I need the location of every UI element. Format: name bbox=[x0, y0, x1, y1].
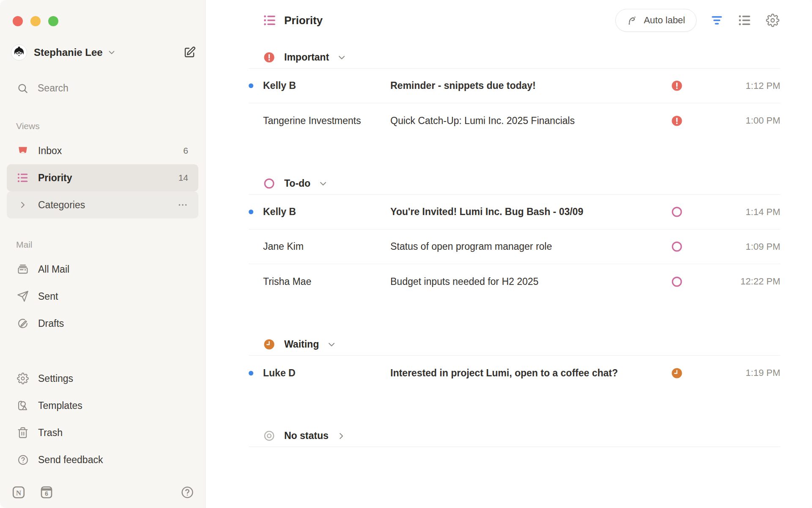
inbox-count: 6 bbox=[183, 146, 188, 156]
email-row[interactable]: Kelly B Reminder - snippets due today! 1… bbox=[249, 69, 780, 103]
todo-badge-icon[interactable] bbox=[670, 206, 683, 218]
important-badge-icon[interactable] bbox=[670, 80, 683, 92]
section-header-todo[interactable]: To-do bbox=[249, 173, 780, 195]
email-sender: Jane Kim bbox=[263, 241, 390, 252]
email-sender: Trisha Mae bbox=[263, 276, 390, 287]
chevron-down-icon[interactable] bbox=[326, 340, 337, 350]
todo-badge-icon[interactable] bbox=[670, 276, 683, 288]
sidebar-item-inbox[interactable]: Inbox 6 bbox=[7, 137, 198, 164]
sidebar-spacer bbox=[7, 337, 198, 365]
sidebar: Stephanie Lee Search Views bbox=[0, 0, 206, 508]
chevron-down-icon bbox=[107, 48, 116, 57]
settings-button[interactable] bbox=[765, 13, 780, 28]
header-controls: Auto label bbox=[615, 9, 780, 32]
inbox-icon bbox=[17, 145, 29, 157]
compose-button[interactable] bbox=[183, 46, 196, 59]
email-subject: Quick Catch-Up: Lumi Inc. 2025 Financial… bbox=[390, 115, 670, 127]
email-sender: Luke D bbox=[263, 367, 390, 379]
email-time: 12:22 PM bbox=[704, 276, 780, 287]
chevron-down-icon[interactable] bbox=[318, 179, 328, 189]
chevron-right-icon bbox=[17, 199, 29, 211]
priority-list-icon bbox=[17, 172, 29, 184]
section-header-no-status[interactable]: No status bbox=[249, 425, 780, 447]
priority-list-icon bbox=[263, 14, 277, 27]
todo-badge-icon[interactable] bbox=[670, 240, 683, 253]
main-header: Priority Auto label bbox=[249, 0, 780, 41]
auto-label-text: Auto label bbox=[644, 15, 685, 26]
section-no-status: No status bbox=[249, 425, 780, 447]
sidebar-item-drafts[interactable]: Drafts bbox=[7, 310, 198, 337]
email-subject: Reminder - snippets due today! bbox=[390, 80, 670, 91]
search-input[interactable]: Search bbox=[7, 80, 198, 97]
mail-section-label: Mail bbox=[16, 240, 198, 250]
email-row[interactable]: Kelly B You're Invited! Lumi Inc. Bug Ba… bbox=[249, 195, 780, 229]
all-mail-icon bbox=[17, 263, 29, 275]
section-waiting: Waiting Luke D Interested in project Lum… bbox=[249, 334, 780, 390]
sidebar-item-sent[interactable]: Sent bbox=[7, 283, 198, 310]
sidebar-item-send-feedback[interactable]: Send feedback bbox=[7, 446, 198, 473]
filter-button[interactable] bbox=[709, 13, 724, 28]
section-important: Important Kelly B Reminder - snippets du… bbox=[249, 47, 780, 138]
email-time: 1:14 PM bbox=[704, 207, 780, 218]
important-badge-icon[interactable] bbox=[670, 115, 683, 127]
sidebar-item-settings[interactable]: Settings bbox=[7, 365, 198, 392]
email-subject: Interested in project Lumi, open to a co… bbox=[390, 367, 670, 379]
email-row[interactable]: Tangerine Investments Quick Catch-Up: Lu… bbox=[249, 103, 780, 138]
email-time: 1:12 PM bbox=[704, 80, 780, 91]
list-view-button[interactable] bbox=[737, 13, 752, 28]
sent-icon bbox=[17, 290, 29, 302]
notion-app-icon[interactable]: N bbox=[11, 485, 26, 500]
page-title: Priority bbox=[284, 14, 323, 27]
email-time: 1:09 PM bbox=[704, 241, 780, 252]
help-button[interactable] bbox=[181, 486, 194, 499]
views-section-label: Views bbox=[16, 121, 198, 131]
email-subject: You're Invited! Lumi Inc. Bug Bash - 03/… bbox=[390, 206, 670, 218]
search-placeholder: Search bbox=[38, 83, 69, 94]
svg-text:6: 6 bbox=[45, 490, 48, 497]
unread-dot-icon bbox=[249, 371, 253, 375]
trash-icon bbox=[17, 427, 29, 439]
unread-dot-icon bbox=[249, 83, 253, 88]
calendar-app-icon[interactable]: 6 bbox=[39, 485, 54, 500]
sidebar-item-trash[interactable]: Trash bbox=[7, 419, 198, 446]
sidebar-footer: N 6 bbox=[7, 484, 198, 508]
priority-count: 14 bbox=[178, 173, 188, 183]
email-row[interactable]: Luke D Interested in project Lumi, open … bbox=[249, 356, 780, 390]
todo-status-icon bbox=[263, 177, 275, 190]
section-todo: To-do Kelly B You're Invited! Lumi Inc. … bbox=[249, 173, 780, 299]
categories-more-icon[interactable] bbox=[177, 199, 188, 210]
app-window: Stephanie Lee Search Views bbox=[0, 0, 812, 508]
search-icon bbox=[17, 83, 28, 94]
svg-text:N: N bbox=[16, 489, 22, 497]
waiting-badge-icon[interactable] bbox=[670, 367, 683, 379]
help-circle-icon bbox=[17, 454, 29, 466]
email-row[interactable]: Trisha Mae Budget inputs needed for H2 2… bbox=[249, 264, 780, 299]
minimize-window-button[interactable] bbox=[30, 16, 41, 26]
email-sender: Tangerine Investments bbox=[263, 115, 390, 127]
close-window-button[interactable] bbox=[13, 16, 23, 26]
section-header-important[interactable]: Important bbox=[249, 47, 780, 69]
email-sender: Kelly B bbox=[263, 80, 390, 91]
chevron-down-icon[interactable] bbox=[337, 52, 347, 63]
email-subject: Status of open program manager role bbox=[390, 241, 670, 252]
avatar bbox=[11, 44, 27, 61]
email-time: 1:19 PM bbox=[704, 367, 780, 378]
important-status-icon bbox=[263, 51, 275, 64]
email-subject: Budget inputs needed for H2 2025 bbox=[390, 276, 670, 287]
sidebar-item-categories[interactable]: Categories bbox=[7, 191, 198, 218]
section-header-waiting[interactable]: Waiting bbox=[249, 334, 780, 356]
account-switcher[interactable]: Stephanie Lee bbox=[7, 43, 198, 62]
chevron-right-icon[interactable] bbox=[336, 431, 346, 441]
email-row[interactable]: Jane Kim Status of open program manager … bbox=[249, 229, 780, 264]
waiting-status-icon bbox=[263, 338, 275, 351]
main-panel: Priority Auto label bbox=[206, 0, 812, 508]
templates-icon bbox=[17, 400, 29, 411]
sidebar-item-priority[interactable]: Priority 14 bbox=[7, 164, 198, 191]
zoom-window-button[interactable] bbox=[48, 16, 58, 26]
sidebar-item-templates[interactable]: Templates bbox=[7, 392, 198, 419]
sidebar-item-all-mail[interactable]: All Mail bbox=[7, 256, 198, 283]
window-controls bbox=[7, 0, 198, 26]
gear-icon bbox=[17, 373, 29, 384]
auto-label-button[interactable]: Auto label bbox=[615, 9, 697, 32]
auto-label-icon bbox=[627, 15, 638, 26]
